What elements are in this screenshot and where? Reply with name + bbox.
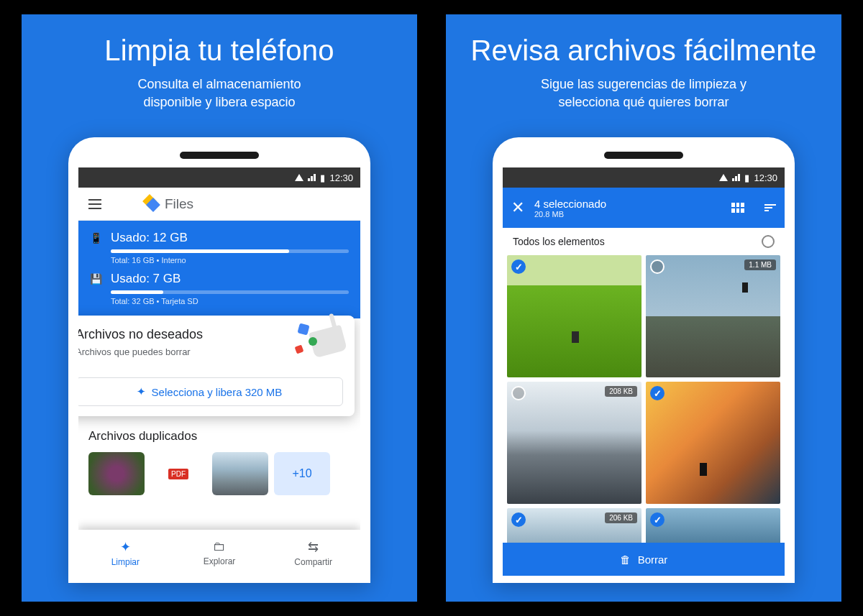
panel1-title: Limpia tu teléfono: [104, 35, 334, 67]
phone-screen-2: ✕ 4 seleccionado 20.8 MB Todos los eleme…: [503, 188, 785, 576]
phone-mockup-1: ▮ 12:30 Files 📱 Usado: 12 GB Total: 16 G…: [68, 137, 370, 583]
storage-internal-row[interactable]: 📱 Usado: 12 GB Total: 16 GB • Interno: [90, 231, 349, 265]
unselected-circle-icon[interactable]: [650, 259, 665, 274]
dup-thumb[interactable]: PDF: [150, 452, 206, 495]
select-all-label: Todos los elementos: [513, 236, 605, 247]
folder-icon: 🗀: [213, 539, 226, 554]
phone-icon: 📱: [90, 232, 102, 244]
storage-sd-meta: Total: 32 GB • Tarjeta SD: [111, 297, 349, 305]
select-all-checkbox[interactable]: [762, 235, 775, 248]
signal-icon: [719, 174, 728, 181]
selection-size: 20.8 MB: [534, 210, 721, 219]
junk-files-card: Archivos no deseados Archivos que puedes…: [78, 316, 355, 416]
photo-item[interactable]: ✓: [646, 382, 780, 504]
phone-speaker: [604, 152, 683, 159]
app-title: Files: [145, 196, 193, 212]
storage-internal-meta: Total: 16 GB • Interno: [111, 256, 349, 265]
file-size-tag: 1.1 MB: [744, 259, 776, 270]
signal-icon: [295, 174, 303, 181]
selection-info: 4 seleccionado 20.8 MB: [534, 198, 721, 219]
status-time: 12:30: [329, 173, 353, 183]
trash-icon: 🗑: [620, 553, 631, 566]
photo-item[interactable]: 1.1 MB: [646, 255, 780, 377]
duplicates-section: Archivos duplicados PDF +10: [78, 416, 360, 495]
battery-icon: ▮: [744, 173, 749, 183]
dustpan-illustration: [294, 323, 344, 366]
android-statusbar: ▮ 12:30: [78, 167, 360, 188]
sparkle-icon: ✦: [120, 539, 131, 555]
wifi-icon: [308, 174, 316, 181]
delete-button[interactable]: 🗑 Borrar: [503, 543, 785, 576]
hamburger-icon[interactable]: [88, 199, 101, 209]
checkmark-icon[interactable]: ✓: [650, 512, 665, 527]
photo-item[interactable]: ✓: [507, 255, 641, 377]
sd-card-icon: 💾: [90, 273, 102, 285]
phone-speaker: [180, 152, 259, 159]
nav-browse[interactable]: 🗀 Explorar: [173, 530, 267, 576]
sort-icon[interactable]: [764, 204, 776, 211]
file-size-tag: 206 KB: [605, 512, 637, 523]
checkmark-icon[interactable]: ✓: [511, 512, 526, 527]
storage-panel: 📱 Usado: 12 GB Total: 16 GB • Interno 💾 …: [78, 221, 360, 318]
bottom-nav: ✦ Limpiar 🗀 Explorar ⇆ Compartir: [78, 530, 360, 576]
unselected-circle-icon[interactable]: [511, 386, 526, 400]
checkmark-icon[interactable]: ✓: [511, 259, 526, 274]
app-header: Files: [78, 188, 360, 221]
android-statusbar: ▮ 12:30: [503, 167, 785, 188]
select-all-row[interactable]: Todos los elementos: [503, 228, 785, 255]
storage-sd-row[interactable]: 💾 Usado: 7 GB Total: 32 GB • Tarjeta SD: [90, 272, 349, 305]
duplicate-thumbs: PDF +10: [88, 452, 350, 495]
checkmark-icon[interactable]: ✓: [650, 386, 665, 400]
panel2-title: Revisa archivos fácilmente: [471, 35, 817, 67]
promo-panel-clean: Limpia tu teléfono Consulta el almacenam…: [22, 14, 417, 602]
wifi-icon: [732, 174, 740, 181]
close-icon[interactable]: ✕: [511, 198, 524, 217]
dup-more-button[interactable]: +10: [274, 452, 330, 495]
duplicates-title: Archivos duplicados: [88, 429, 350, 443]
selection-header: ✕ 4 seleccionado 20.8 MB: [503, 188, 785, 228]
files-logo-icon: [145, 196, 160, 212]
share-icon: ⇆: [308, 539, 319, 555]
phone-screen-1: Files 📱 Usado: 12 GB Total: 16 GB • Inte…: [78, 188, 360, 576]
storage-sd-label: Usado: 7 GB: [111, 272, 349, 286]
selection-count: 4 seleccionado: [534, 198, 721, 210]
panel2-subtitle: Sigue las sugerencias de limpieza y sele…: [541, 75, 746, 111]
sparkle-icon: ✦: [137, 385, 146, 398]
phone-mockup-2: ▮ 12:30 ✕ 4 seleccionado 20.8 MB Todos l…: [493, 137, 795, 583]
nav-share[interactable]: ⇆ Compartir: [266, 530, 360, 576]
battery-icon: ▮: [320, 173, 325, 183]
panel1-subtitle: Consulta el almacenamiento disponible y …: [137, 75, 301, 111]
photo-item[interactable]: 208 KB: [507, 382, 641, 504]
dup-thumb[interactable]: [212, 452, 268, 495]
free-space-button[interactable]: ✦ Selecciona y libera 320 MB: [78, 377, 343, 406]
photo-grid: ✓1.1 MB208 KB✓: [503, 255, 785, 504]
storage-internal-label: Usado: 12 GB: [111, 231, 349, 245]
dup-thumb[interactable]: [88, 452, 145, 495]
promo-panel-review: Revisa archivos fácilmente Sigue las sug…: [446, 14, 841, 602]
file-size-tag: 208 KB: [605, 386, 637, 397]
view-grid-icon[interactable]: [731, 203, 744, 213]
nav-clean[interactable]: ✦ Limpiar: [78, 530, 173, 576]
status-time: 12:30: [754, 173, 777, 183]
